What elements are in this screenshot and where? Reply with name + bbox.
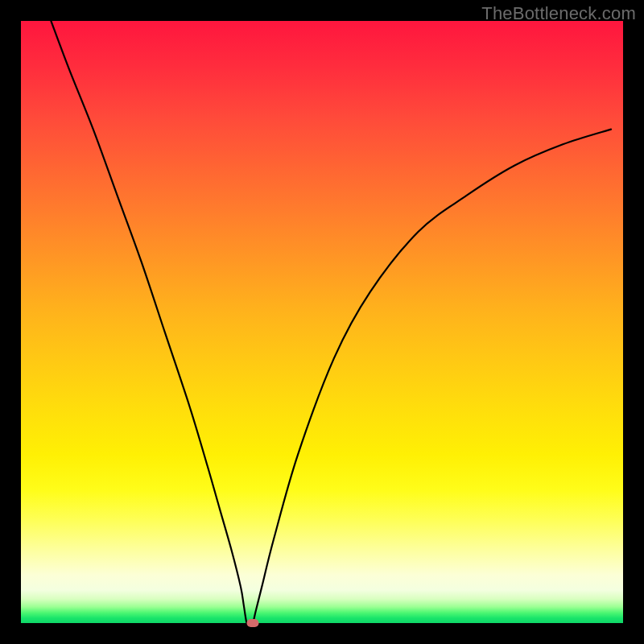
optimal-point-marker	[246, 619, 258, 627]
bottleneck-curve	[21, 21, 623, 623]
watermark-text: TheBottleneck.com	[481, 3, 636, 24]
chart-frame: TheBottleneck.com	[0, 0, 644, 644]
plot-area	[21, 21, 623, 623]
